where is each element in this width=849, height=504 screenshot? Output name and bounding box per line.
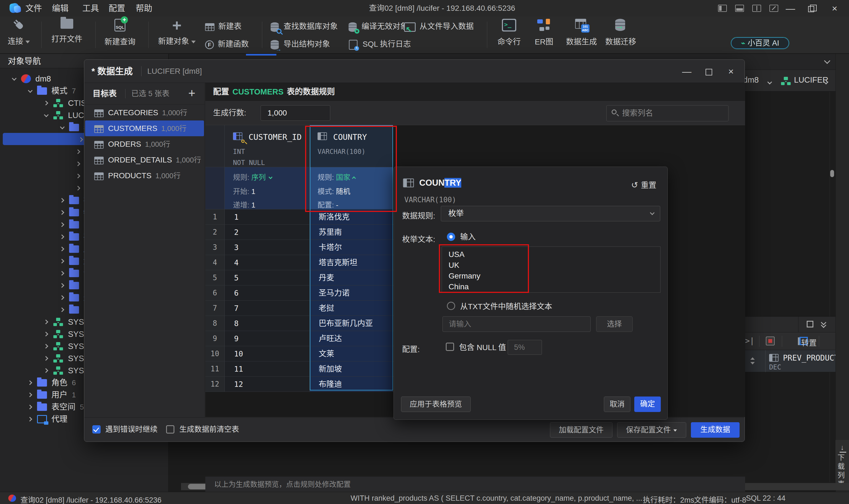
chevron-right-icon[interactable] xyxy=(44,344,48,349)
cell-customer-id[interactable]: 10 xyxy=(225,346,310,361)
tabstrip-overflow-icon[interactable] xyxy=(825,58,829,64)
maximize-panel-icon[interactable] xyxy=(807,321,813,327)
menu-config[interactable]: 配置 xyxy=(106,0,127,17)
download-list-tab[interactable]: ↓ 下载列表 xyxy=(835,440,849,486)
input-option-label[interactable]: 输入 xyxy=(460,233,476,241)
txt-file-path-input[interactable] xyxy=(442,317,591,332)
cell-customer-id[interactable]: 12 xyxy=(225,377,310,392)
new-function-button[interactable]: F新建函数 xyxy=(205,36,249,52)
include-null-label[interactable]: 包含 NULL 值 xyxy=(459,343,506,352)
cell-country[interactable]: 巴布亚新几内亚 xyxy=(310,316,393,331)
minimize-button[interactable]: — xyxy=(782,0,799,17)
editor-vscrollbar[interactable] xyxy=(830,170,834,177)
choose-file-button[interactable]: 选择 xyxy=(596,317,633,332)
chevron-down-icon[interactable] xyxy=(60,125,65,129)
db-selector[interactable]: dm8 xyxy=(743,75,759,85)
menu-file[interactable]: 文件 xyxy=(23,0,44,17)
goto-last-icon[interactable]: >| xyxy=(745,336,755,345)
compile-invalid-button[interactable]: 编译无效对象 xyxy=(348,19,408,34)
rule-cell-country[interactable]: 规则: 国家 模式: 随机 配置: - xyxy=(310,167,393,210)
cell-customer-id[interactable]: 7 xyxy=(225,301,310,316)
chevron-down-icon[interactable] xyxy=(44,112,49,117)
data-migrate-button[interactable]: → 数据迁移 xyxy=(605,19,636,47)
stop-icon[interactable] xyxy=(766,337,775,345)
chevron-right-icon[interactable] xyxy=(44,332,48,337)
save-config-button[interactable]: 保存配置文件 xyxy=(617,422,686,438)
er-diagram-button[interactable]: ER图 xyxy=(535,19,553,47)
cell-customer-id[interactable]: 9 xyxy=(225,331,310,346)
chevron-right-icon[interactable] xyxy=(44,368,48,373)
open-file-button[interactable]: 打开文件 xyxy=(51,19,83,44)
cell-country[interactable]: 布隆迪 xyxy=(310,377,393,392)
export-struct-button[interactable]: →导出结构对象 xyxy=(270,36,330,52)
new-query-button[interactable]: SQL+ 新建查询 xyxy=(105,19,136,47)
chevron-down-icon[interactable] xyxy=(12,76,17,81)
rule-cell-customer-id[interactable]: 规则: 序列 开始: 1 递增: 1 xyxy=(225,167,310,210)
generate-data-button[interactable]: 生成数据 xyxy=(691,422,740,438)
chevron-right-icon[interactable] xyxy=(60,235,65,239)
continue-on-error-checkbox[interactable] xyxy=(92,425,101,434)
chevron-right-icon[interactable] xyxy=(76,186,80,191)
null-percentage-input[interactable] xyxy=(508,340,542,355)
ok-button[interactable]: 确定 xyxy=(634,397,661,412)
chevron-down-icon[interactable] xyxy=(28,88,33,93)
chevron-right-icon[interactable] xyxy=(60,247,65,251)
cell-customer-id[interactable]: 2 xyxy=(225,224,310,239)
input-option-radio[interactable] xyxy=(447,233,455,241)
schema-selector[interactable]: LUCIFER xyxy=(794,75,828,85)
dialog-close-icon[interactable]: × xyxy=(722,60,740,83)
column-search-input[interactable] xyxy=(622,106,724,121)
sql-log-button[interactable]: SQL 执行日志 xyxy=(348,36,411,52)
collapse-panel-icon[interactable] xyxy=(821,321,827,327)
chevron-right-icon[interactable] xyxy=(60,259,65,264)
chevron-right-icon[interactable] xyxy=(76,174,80,179)
cell-country[interactable]: 文莱 xyxy=(310,346,393,361)
command-line-button[interactable]: 命令行 xyxy=(498,19,521,47)
close-button[interactable]: × xyxy=(826,0,843,17)
chevron-right-icon[interactable] xyxy=(28,380,32,385)
target-table-CATEGORIES[interactable]: CATEGORIES1,000行 xyxy=(84,105,205,121)
find-db-objects-button[interactable]: 查找数据库对象 xyxy=(270,19,338,34)
cell-customer-id[interactable]: 5 xyxy=(225,270,310,285)
cell-customer-id[interactable]: 6 xyxy=(225,285,310,300)
chevron-right-icon[interactable] xyxy=(44,320,48,324)
chevron-right-icon[interactable] xyxy=(60,198,65,203)
dialog-maximize-icon[interactable] xyxy=(700,60,718,83)
cancel-button[interactable]: 取消 xyxy=(604,397,630,412)
chevron-right-icon[interactable] xyxy=(60,210,65,215)
menu-help[interactable]: 帮助 xyxy=(133,0,155,17)
data-generate-button[interactable]: 101ABC 数据生成 xyxy=(566,19,597,47)
target-table-ORDER_DETAILS[interactable]: ORDER_DETAILS1,000行 xyxy=(84,152,205,168)
menu-edit[interactable]: 编辑 xyxy=(50,0,71,17)
toggle-bottom-panel-icon[interactable] xyxy=(735,5,744,12)
cell-country[interactable]: 斯洛伐克 xyxy=(310,210,393,224)
cell-country[interactable]: 卢旺达 xyxy=(310,331,393,346)
cell-customer-id[interactable]: 1 xyxy=(225,210,310,224)
chevron-right-icon[interactable] xyxy=(60,308,65,312)
apply-preview-button[interactable]: 应用于表格预览 xyxy=(401,397,471,412)
chevron-right-icon[interactable] xyxy=(60,283,65,288)
cell-country[interactable]: 苏里南 xyxy=(310,224,393,239)
chevron-right-icon[interactable] xyxy=(28,417,32,422)
chevron-right-icon[interactable] xyxy=(44,101,48,106)
toggle-expand-icon[interactable] xyxy=(770,5,778,12)
cell-country[interactable]: 新加坡 xyxy=(310,361,393,376)
cell-customer-id[interactable]: 3 xyxy=(225,240,310,255)
sort-icon[interactable] xyxy=(750,357,755,364)
cell-country[interactable]: 丹麦 xyxy=(310,270,393,285)
schema-selector-chevron-icon[interactable] xyxy=(825,76,828,86)
chevron-right-icon[interactable] xyxy=(78,137,83,142)
chevron-right-icon[interactable] xyxy=(60,222,65,227)
menu-tools[interactable]: 工具 xyxy=(80,0,101,17)
new-table-button[interactable]: 新建表 xyxy=(205,19,241,34)
cell-country[interactable]: 塔吉克斯坦 xyxy=(310,255,393,270)
data-rule-select[interactable]: 枚举 xyxy=(441,206,660,221)
chevron-right-icon[interactable] xyxy=(60,271,65,276)
column-header-country[interactable]: COUNTRY VARCHAR(100) xyxy=(310,125,393,167)
toggle-split-icon[interactable] xyxy=(752,5,761,12)
cell-customer-id[interactable]: 11 xyxy=(225,361,310,376)
cell-customer-id[interactable]: 4 xyxy=(225,255,310,270)
dialog-minimize-icon[interactable]: — xyxy=(678,60,696,83)
import-from-file-button[interactable]: 从文件导入数据 xyxy=(404,19,474,34)
column-search-box[interactable] xyxy=(606,105,728,121)
